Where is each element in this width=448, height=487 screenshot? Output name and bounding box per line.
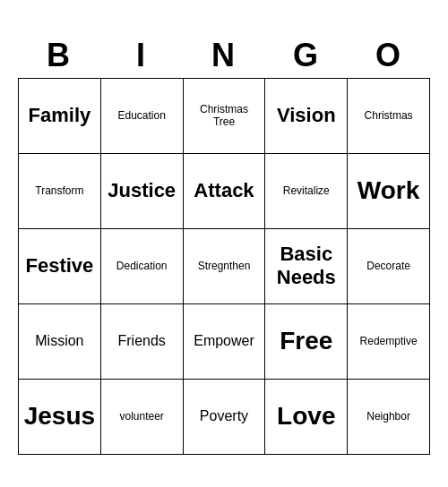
cell-label: Jesus bbox=[24, 401, 95, 431]
bingo-cell: Stregnthen bbox=[184, 229, 266, 304]
bingo-cell: Decorate bbox=[348, 229, 430, 304]
cell-label: Dedication bbox=[116, 260, 168, 272]
cell-label: Vision bbox=[277, 104, 336, 127]
cell-label: volunteer bbox=[120, 410, 164, 423]
bingo-cell: BasicNeeds bbox=[265, 229, 348, 304]
cell-label: Education bbox=[118, 109, 166, 122]
bingo-card: BINGO FamilyEducationChristmasTreeVision… bbox=[18, 33, 430, 455]
cell-label: Empower bbox=[194, 332, 254, 349]
bingo-cell: Family bbox=[19, 79, 101, 154]
bingo-cell: Jesus bbox=[19, 380, 101, 455]
bingo-cell: Dedication bbox=[101, 229, 184, 304]
bingo-header: BINGO bbox=[18, 33, 430, 78]
bingo-cell: ChristmasTree bbox=[184, 79, 266, 154]
bingo-cell: Free bbox=[265, 304, 348, 380]
cell-label: Revitalize bbox=[283, 184, 330, 197]
bingo-cell: Justice bbox=[101, 154, 184, 229]
bingo-grid: FamilyEducationChristmasTreeVisionChrist… bbox=[18, 78, 430, 455]
bingo-cell: Festive bbox=[19, 229, 101, 304]
header-letter: O bbox=[348, 33, 430, 78]
cell-label: Mission bbox=[35, 332, 83, 349]
cell-label: Love bbox=[277, 401, 335, 431]
cell-label: Decorate bbox=[366, 260, 410, 272]
cell-label: Friends bbox=[118, 332, 166, 349]
cell-label: Poverty bbox=[200, 407, 248, 424]
cell-label: Justice bbox=[108, 179, 176, 202]
cell-label: Attack bbox=[194, 179, 254, 202]
bingo-cell: Neighbor bbox=[348, 380, 430, 455]
cell-label: Christmas bbox=[365, 109, 413, 122]
bingo-cell: Christmas bbox=[348, 79, 430, 154]
bingo-cell: Friends bbox=[101, 304, 184, 380]
header-letter: G bbox=[265, 33, 348, 78]
bingo-cell: Empower bbox=[184, 304, 266, 380]
cell-label: Neighbor bbox=[366, 410, 410, 423]
bingo-cell: Love bbox=[265, 380, 348, 455]
bingo-cell: Work bbox=[348, 154, 430, 229]
bingo-cell: Transform bbox=[19, 154, 101, 229]
header-letter: N bbox=[183, 33, 265, 78]
cell-label: ChristmasTree bbox=[200, 103, 248, 129]
bingo-cell: volunteer bbox=[101, 380, 184, 455]
header-letter: B bbox=[18, 33, 100, 78]
cell-label: Stregnthen bbox=[198, 260, 251, 272]
cell-label: BasicNeeds bbox=[277, 243, 336, 290]
bingo-cell: Mission bbox=[19, 304, 101, 380]
bingo-cell: Revitalize bbox=[265, 154, 348, 229]
bingo-cell: Attack bbox=[184, 154, 266, 229]
cell-label: Family bbox=[29, 104, 91, 127]
header-letter: I bbox=[100, 33, 183, 78]
bingo-cell: Redemptive bbox=[348, 304, 430, 380]
bingo-cell: Education bbox=[101, 79, 184, 154]
cell-label: Transform bbox=[35, 184, 83, 197]
cell-label: Redemptive bbox=[360, 335, 418, 347]
cell-label: Free bbox=[280, 326, 332, 356]
cell-label: Work bbox=[358, 175, 420, 206]
cell-label: Festive bbox=[25, 254, 93, 278]
bingo-cell: Poverty bbox=[184, 380, 266, 455]
bingo-cell: Vision bbox=[265, 79, 348, 154]
